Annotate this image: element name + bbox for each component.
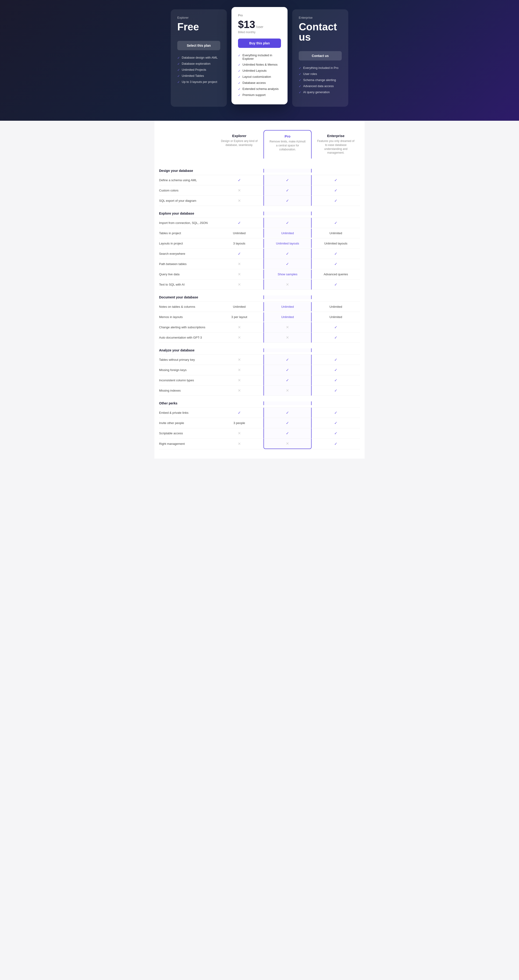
feature-cell-enterprise: ✓: [312, 408, 360, 418]
check-icon: ✓: [286, 368, 289, 372]
feature-name-cell: Embed & private links: [159, 408, 215, 417]
section-header-spacer-explorer: [215, 295, 263, 299]
feature-cell-pro: ✓: [263, 259, 312, 269]
cross-icon: ✕: [286, 283, 289, 286]
feature-cell-explorer: ✕: [215, 269, 263, 279]
section-group-4: Other perksEmbed & private links✓✓✓Invit…: [159, 396, 360, 449]
feature-value: Unlimited: [330, 315, 342, 319]
feature-row: Layouts in project3 layoutsUnlimited lay…: [159, 238, 360, 248]
feature-name-cell: Inconsistent column types: [159, 376, 215, 385]
feature-row: Inconsistent column types✕✓✓: [159, 375, 360, 385]
feature-cell-enterprise: ✓: [312, 439, 360, 449]
feature-name-cell: Missing indexes: [159, 386, 215, 395]
check-icon: ✓: [177, 80, 180, 84]
cross-icon: ✕: [238, 199, 241, 203]
check-icon: ✓: [177, 74, 180, 78]
plan-feature-item: ✓Everything included in Pro: [299, 66, 342, 70]
feature-cell-pro: ✓: [263, 365, 312, 375]
section-header-spacer-pro: [263, 169, 312, 173]
section-header-spacer-pro: [263, 348, 312, 352]
feature-value: Unlimited: [281, 315, 294, 319]
col-header-empty: [159, 130, 215, 159]
check-icon: ✓: [286, 378, 289, 382]
feature-cell-explorer: ✕: [215, 355, 263, 365]
check-icon: ✓: [286, 188, 289, 192]
feature-cell-explorer: ✕: [215, 196, 263, 206]
check-icon: ✓: [334, 283, 337, 286]
check-icon: ✓: [299, 78, 301, 82]
section-title: Other perks: [159, 401, 215, 405]
section-title-row: Other perks: [159, 396, 360, 407]
check-icon: ✓: [238, 54, 240, 57]
comparison-header: Explorer Design or Explore any kind of d…: [159, 130, 360, 163]
feature-row: Change alerting with subscriptions✕✕✓: [159, 322, 360, 332]
feature-row: Memos in layouts3 per layoutUnlimitedUnl…: [159, 312, 360, 322]
check-icon: ✓: [286, 411, 289, 415]
feature-name-cell: Custom colors: [159, 186, 215, 195]
feature-value: 3 layouts: [233, 242, 245, 245]
feature-cell-explorer: 3 layouts: [215, 239, 263, 248]
cross-icon: ✕: [286, 325, 289, 329]
section-group-2: Document your databaseNotes on tables & …: [159, 290, 360, 343]
feature-name-cell: Define a schema using AML: [159, 176, 215, 185]
check-icon: ✓: [334, 388, 337, 393]
section-header-spacer-enterprise: [312, 401, 360, 405]
check-icon: ✓: [286, 252, 289, 256]
check-icon: ✓: [286, 221, 289, 225]
feature-cell-pro: Unlimited layouts: [263, 239, 312, 248]
col-header-desc-pro: Remove limits, make Azimutt a central sp…: [269, 140, 307, 151]
feature-row: Define a schema using AML✓✓✓: [159, 175, 360, 185]
feature-cell-explorer: ✕: [215, 385, 263, 396]
check-icon: ✓: [286, 199, 289, 203]
feature-cell-explorer: ✓: [215, 408, 263, 418]
plan-cta-button-pro[interactable]: Buy this plan: [238, 38, 281, 48]
col-header-name-enterprise: Enterprise: [316, 134, 355, 138]
feature-name-cell: Change alerting with subscriptions: [159, 323, 215, 332]
cross-icon: ✕: [238, 283, 241, 286]
feature-value: Unlimited: [281, 231, 294, 235]
section-header-spacer-pro: [263, 212, 312, 215]
cross-icon: ✕: [286, 388, 289, 393]
section-header-spacer-enterprise: [312, 169, 360, 173]
check-icon: ✓: [177, 62, 180, 65]
plan-cta-button-enterprise[interactable]: Contact us: [299, 51, 342, 60]
plan-feature-item: ✓Unlimited Tables: [177, 74, 220, 78]
comparison-section: Explorer Design or Explore any kind of d…: [154, 121, 365, 458]
plan-price-detail: [299, 43, 342, 46]
plan-features-list: ✓Database design with AML✓Database explo…: [177, 56, 220, 84]
feature-name-cell: Missing foreign keys: [159, 366, 215, 374]
feature-row: Auto documentation with GPT-3✕✕✓: [159, 332, 360, 343]
feature-cell-enterprise: ✓: [312, 365, 360, 375]
plan-feature-item: ✓Up to 3 layouts per project: [177, 80, 220, 84]
check-icon: ✓: [238, 411, 241, 415]
plan-cta-button-explorer[interactable]: Select this plan: [177, 41, 220, 50]
check-icon: ✓: [299, 72, 301, 76]
check-icon: ✓: [334, 221, 337, 225]
feature-cell-pro: ✓: [263, 249, 312, 259]
feature-row: Scriptable access✕✓✓: [159, 428, 360, 438]
plan-price: Free: [177, 22, 220, 32]
cross-icon: ✕: [238, 431, 241, 435]
plan-label: Enterprise: [299, 16, 342, 19]
feature-cell-pro: ✕: [263, 280, 312, 290]
check-icon: ✓: [177, 56, 180, 60]
feature-cell-enterprise: ✓: [312, 218, 360, 228]
check-icon: ✓: [177, 68, 180, 72]
feature-cell-pro: Unlimited: [263, 312, 312, 321]
feature-cell-pro: ✓: [263, 375, 312, 385]
check-icon: ✓: [334, 188, 337, 192]
feature-value: Unlimited layouts: [324, 242, 347, 245]
feature-cell-pro: Show samples: [263, 270, 312, 279]
feature-cell-explorer: ✓: [215, 218, 263, 228]
check-icon: ✓: [334, 336, 337, 339]
cross-icon: ✕: [238, 188, 241, 192]
section-title-row: Document your database: [159, 290, 360, 301]
plan-feature-item: ✓Advanced data access: [299, 84, 342, 88]
feature-value: Unlimited: [281, 305, 294, 309]
plan-price-detail: Billed monthly: [238, 30, 281, 34]
feature-cell-enterprise: ✓: [312, 375, 360, 385]
feature-cell-pro: Unlimited: [263, 229, 312, 238]
feature-value: Show samples: [278, 272, 298, 276]
feature-cell-pro: ✕: [263, 332, 312, 342]
section-group-1: Explore your databaseImport from connect…: [159, 206, 360, 290]
